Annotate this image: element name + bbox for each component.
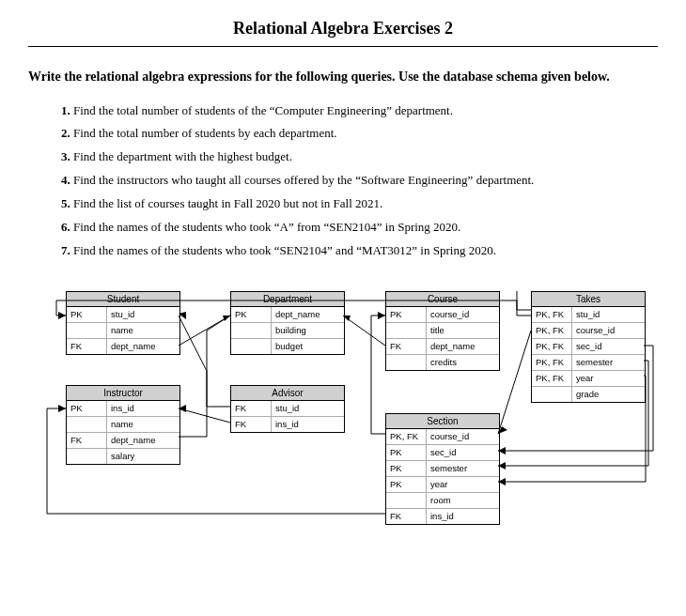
- entity-department: Department PKdept_name building budget: [230, 291, 345, 355]
- col-cell: stu_id: [272, 401, 345, 417]
- entity-course: Course PKcourse_id title FKdept_name cre…: [385, 291, 500, 371]
- key-cell: [67, 322, 107, 338]
- key-cell: [67, 416, 107, 432]
- key-cell: FK: [231, 401, 272, 417]
- col-cell: dept_name: [272, 307, 345, 323]
- key-cell: FK: [386, 508, 427, 524]
- entity-header: Course: [386, 292, 499, 307]
- col-cell: course_id: [427, 429, 500, 445]
- col-cell: ins_id: [272, 416, 345, 432]
- list-item: Find the total number of students by eac…: [73, 122, 658, 146]
- col-cell: dept_name: [107, 338, 180, 354]
- key-cell: PK: [386, 476, 427, 492]
- svg-line-5: [179, 408, 230, 423]
- col-cell: title: [427, 322, 500, 338]
- key-cell: PK, FK: [532, 307, 572, 323]
- question-list: Find the total number of students of the…: [28, 100, 658, 263]
- col-cell: course_id: [427, 307, 500, 323]
- col-cell: ins_id: [427, 508, 500, 524]
- col-cell: sec_id: [427, 444, 500, 460]
- list-item: Find the names of the students who took …: [73, 239, 658, 263]
- entity-advisor: Advisor FKstu_id FKins_id: [230, 385, 345, 433]
- svg-marker-8: [58, 405, 66, 412]
- col-cell: stu_id: [107, 307, 180, 323]
- key-cell: PK: [386, 307, 427, 323]
- list-item: Find the department with the highest bud…: [73, 146, 658, 169]
- page-title: Relational Algebra Exercises 2: [28, 19, 658, 38]
- col-cell: year: [427, 476, 500, 492]
- entity-header: Student: [67, 292, 179, 307]
- col-cell: course_id: [572, 322, 646, 338]
- key-cell: PK, FK: [532, 370, 572, 386]
- key-cell: PK, FK: [532, 354, 572, 370]
- col-cell: dept_name: [427, 338, 500, 354]
- col-cell: semester: [572, 354, 646, 370]
- key-cell: PK: [231, 307, 272, 323]
- key-cell: [386, 354, 427, 370]
- key-cell: FK: [386, 338, 427, 354]
- list-item: Find the total number of students of the…: [73, 100, 658, 123]
- key-cell: [231, 322, 272, 338]
- svg-line-9: [498, 331, 531, 434]
- key-cell: [231, 338, 272, 354]
- entity-header: Section: [386, 414, 499, 429]
- key-cell: [67, 448, 107, 464]
- col-cell: sec_id: [572, 338, 646, 354]
- key-cell: [532, 386, 572, 402]
- key-cell: [386, 322, 427, 338]
- svg-marker-7: [378, 312, 385, 319]
- prompt-text: Write the relational algebra expressions…: [28, 68, 658, 86]
- col-cell: semester: [427, 460, 500, 476]
- entity-takes: Takes PK, FKstu_id PK, FKcourse_id PK, F…: [531, 291, 646, 403]
- svg-line-0: [179, 316, 230, 346]
- svg-marker-14: [58, 312, 66, 319]
- entity-header: Department: [231, 292, 344, 307]
- list-item: Find the list of courses taught in Fall …: [73, 192, 658, 216]
- key-cell: FK: [67, 432, 107, 448]
- entity-header: Takes: [532, 292, 645, 307]
- key-cell: FK: [67, 338, 107, 354]
- col-cell: budget: [272, 338, 345, 354]
- title-rule: [28, 46, 658, 47]
- svg-line-2: [343, 316, 385, 346]
- col-cell: name: [107, 322, 180, 338]
- list-item: Find the names of the students who took …: [73, 216, 658, 239]
- key-cell: PK: [386, 444, 427, 460]
- list-item: Find the instructors who taught all cour…: [73, 169, 658, 192]
- svg-marker-1: [223, 316, 230, 321]
- key-cell: PK: [67, 307, 107, 323]
- entity-header: Advisor: [231, 386, 344, 401]
- key-cell: PK: [386, 460, 427, 476]
- col-cell: salary: [107, 448, 180, 464]
- col-cell: name: [107, 416, 180, 432]
- col-cell: grade: [572, 386, 646, 402]
- er-diagram: Student PKstu_id name FKdept_name Depart…: [28, 291, 658, 563]
- entity-section: Section PK, FKcourse_id PKsec_id PKsemes…: [385, 413, 500, 525]
- entity-instructor: Instructor PKins_id name FKdept_name sal…: [66, 385, 180, 465]
- key-cell: PK, FK: [532, 322, 572, 338]
- key-cell: FK: [231, 416, 272, 432]
- col-cell: credits: [427, 354, 500, 370]
- key-cell: PK, FK: [386, 429, 427, 445]
- col-cell: stu_id: [572, 307, 646, 323]
- col-cell: building: [272, 322, 345, 338]
- key-cell: PK: [67, 401, 107, 417]
- col-cell: room: [427, 492, 500, 508]
- col-cell: ins_id: [107, 401, 180, 417]
- key-cell: PK, FK: [532, 338, 572, 354]
- col-cell: dept_name: [107, 432, 180, 448]
- entity-header: Instructor: [67, 386, 179, 401]
- key-cell: [386, 492, 427, 508]
- col-cell: year: [572, 370, 646, 386]
- entity-student: Student PKstu_id name FKdept_name: [66, 291, 180, 355]
